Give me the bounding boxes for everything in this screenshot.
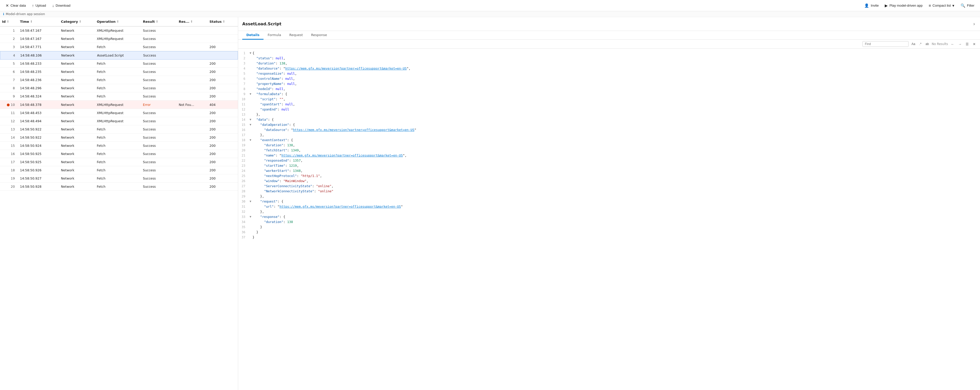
code-line: 12 "spanEnd": null <box>238 107 980 112</box>
toolbar-right: 👤 Invite ▶ Play model-driven app ≡ Compa… <box>862 2 977 9</box>
col-header-res[interactable]: Res... ↕ <box>177 17 207 26</box>
sort-icon-status: ↕ <box>223 20 225 23</box>
clear-data-button[interactable]: ✕ Clear data <box>3 2 29 9</box>
table-row[interactable]: 514:58:48.233NetworkFetchSuccess200 <box>0 60 238 68</box>
table-row[interactable]: 1414:58:50.922NetworkFetchSuccess200 <box>0 133 238 142</box>
table-row[interactable]: 2014:58:50.928NetworkFetchSuccess200 <box>0 182 238 191</box>
code-line: 25 "nextHopProtocol": "http/1.1", <box>238 173 980 179</box>
session-label: Model-driven app session <box>6 12 45 16</box>
session-bar: ℹ Model-driven app session <box>0 11 980 17</box>
col-header-status[interactable]: Status ↕ <box>207 17 238 26</box>
match-case-button[interactable]: Aa <box>910 42 916 46</box>
detail-title: AssetLoad.Script <box>242 22 282 26</box>
detail-header: AssetLoad.Script › <box>238 17 980 31</box>
code-line: 1▼{ <box>238 51 980 56</box>
table-row[interactable]: 214:58:47.167NetworkXMLHttpRequestSucces… <box>0 35 238 43</box>
sort-icon-operation: ↕ <box>116 20 119 23</box>
table-row[interactable]: 114:58:47.167NetworkXMLHttpRequestSucces… <box>0 27 238 35</box>
table-header: Id ↕ Time ↕ Category ↕ Operation ↕ Resul… <box>0 17 238 27</box>
find-more-button[interactable]: ☰ <box>964 42 970 46</box>
col-header-result[interactable]: Result ↕ <box>141 17 177 26</box>
detail-tab-request[interactable]: Request <box>285 31 307 40</box>
chevron-down-icon: ▾ <box>952 3 955 8</box>
fold-button[interactable]: ▼ <box>248 214 253 219</box>
code-line: 9▼ "formulaData": { <box>238 92 980 97</box>
find-bar: Aa .* ab No Results ← → ☰ ✕ <box>238 40 980 49</box>
find-input[interactable] <box>862 41 908 47</box>
table-row[interactable]: ●1014:58:48.378NetworkXMLHttpRequestErro… <box>0 100 238 109</box>
code-line: 7 "propertyName": null, <box>238 81 980 86</box>
col-header-id[interactable]: Id ↕ <box>0 17 18 26</box>
regex-button[interactable]: ab <box>924 42 930 46</box>
code-line: 14▼ "data": { <box>238 117 980 122</box>
code-line: 13 }, <box>238 112 980 117</box>
upload-icon: ↑ <box>32 3 34 8</box>
detail-tab-details[interactable]: Details <box>242 31 264 40</box>
code-line: 33▼ "response": { <box>238 214 980 219</box>
code-line: 34 "duration": 138 <box>238 219 980 225</box>
table-row[interactable]: 1214:58:48.494NetworkXMLHttpRequestSucce… <box>0 117 238 125</box>
sort-icon-id: ↕ <box>7 20 9 23</box>
table-row[interactable]: 1814:58:50.926NetworkFetchSuccess200 <box>0 166 238 174</box>
table-row[interactable]: 1314:58:50.922NetworkFetchSuccess200 <box>0 125 238 133</box>
table-row[interactable]: 314:58:47.771NetworkFetchSuccess200 <box>0 43 238 51</box>
sort-icon-time: ↕ <box>30 20 32 23</box>
code-line: 2 "status": null, <box>238 56 980 61</box>
code-line: 4 "dataSource": "https://mem.gfx.ms/meve… <box>238 66 980 71</box>
table-row[interactable]: 714:58:48.236NetworkFetchSuccess200 <box>0 76 238 84</box>
table-row[interactable]: 614:58:48.235NetworkFetchSuccess200 <box>0 68 238 76</box>
table-row[interactable]: 1514:58:50.924NetworkFetchSuccess2000 <box>0 142 238 150</box>
sort-icon-res: ↕ <box>190 20 192 23</box>
fold-button[interactable]: ▼ <box>248 122 253 127</box>
code-line: 10 "script": "", <box>238 97 980 102</box>
table-row[interactable]: 1114:58:48.453NetworkXMLHttpRequestSucce… <box>0 109 238 117</box>
table-body[interactable]: 114:58:47.167NetworkXMLHttpRequestSucces… <box>0 27 238 390</box>
code-line: 20 "fetchStart": 1349, <box>238 148 980 153</box>
table-row[interactable]: 1714:58:50.925NetworkFetchSuccess200 <box>0 158 238 166</box>
code-line: 8 "nodeId": null, <box>238 86 980 92</box>
col-header-category[interactable]: Category ↕ <box>59 17 95 26</box>
fold-button[interactable]: ▼ <box>248 117 253 122</box>
code-line: 30▼ "request": { <box>238 199 980 204</box>
play-icon: ▶ <box>885 3 888 8</box>
code-line: 29 }, <box>238 194 980 199</box>
table-row[interactable]: 814:58:48.296NetworkFetchSuccess200 <box>0 84 238 92</box>
table-row[interactable]: 1914:58:50.927NetworkFetchSuccess200 <box>0 174 238 182</box>
upload-button[interactable]: ↑ Upload <box>29 2 49 9</box>
code-line: 37 } <box>238 235 980 240</box>
detail-close-button[interactable]: › <box>972 20 976 28</box>
find-prev-button[interactable]: ← <box>950 42 955 46</box>
fold-button[interactable]: ▼ <box>248 138 253 143</box>
code-viewer[interactable]: 1▼{2 "status": null,3 "duration": 138,4 … <box>238 49 980 390</box>
find-next-button[interactable]: → <box>957 42 963 46</box>
table-row[interactable]: 414:58:48.106NetworkAssetLoad.ScriptSucc… <box>0 51 238 60</box>
table-row[interactable]: 1614:58:50.925NetworkFetchSuccess2001,( <box>0 150 238 158</box>
play-button[interactable]: ▶ Play model-driven app <box>882 2 925 9</box>
fold-button[interactable]: ▼ <box>248 92 253 97</box>
info-icon: ℹ <box>3 12 4 16</box>
sort-icon-category: ↕ <box>79 20 81 23</box>
find-close-button[interactable]: ✕ <box>972 42 977 46</box>
code-line: 32 }, <box>238 209 980 214</box>
col-header-time[interactable]: Time ↕ <box>18 17 59 26</box>
filter-button[interactable]: 🔍 Filter <box>958 2 977 9</box>
code-line: 21 "name": "https://mem.gfx.ms/meversion… <box>238 153 980 158</box>
invite-button[interactable]: 👤 Invite <box>862 2 881 9</box>
filter-icon: 🔍 <box>961 3 966 8</box>
table-panel: Id ↕ Time ↕ Category ↕ Operation ↕ Resul… <box>0 17 238 390</box>
detail-tab-response[interactable]: Response <box>307 31 331 40</box>
table-row[interactable]: 914:58:48.324NetworkFetchSuccess200 <box>0 92 238 100</box>
error-icon: ● <box>7 103 10 107</box>
compact-list-button[interactable]: ≡ Compact list ▾ <box>926 2 957 9</box>
code-line: 6 "controlName": null, <box>238 76 980 81</box>
col-header-operation[interactable]: Operation ↕ <box>95 17 141 26</box>
match-word-button[interactable]: .* <box>918 42 923 46</box>
find-no-results: No Results <box>932 42 948 46</box>
download-button[interactable]: ↓ Download <box>50 2 73 9</box>
fold-button[interactable]: ▼ <box>248 199 253 204</box>
detail-tab-formula[interactable]: Formula <box>264 31 285 40</box>
fold-button[interactable]: ▼ <box>248 51 253 56</box>
code-line: 26 "window": "MainWindow", <box>238 179 980 184</box>
code-line: 16 "dataSource": "https://mem.gfx.ms/mev… <box>238 127 980 133</box>
main-content: Id ↕ Time ↕ Category ↕ Operation ↕ Resul… <box>0 17 980 390</box>
